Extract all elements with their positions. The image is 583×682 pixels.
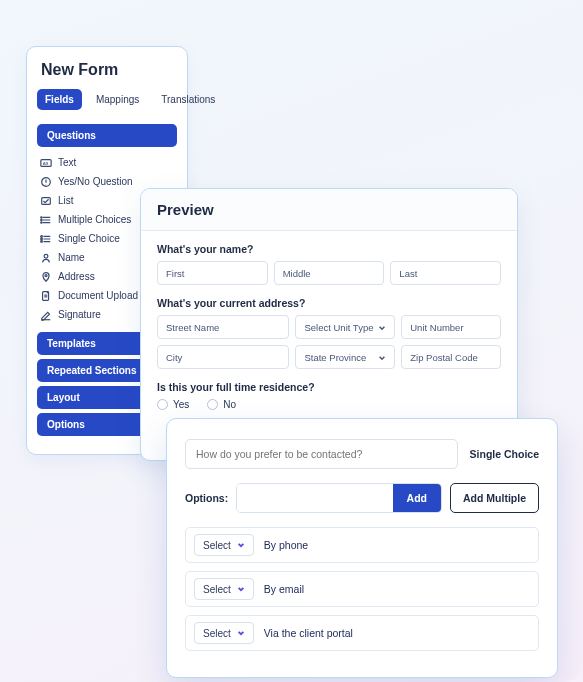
- question-residence: Is this your full time residence? Yes No: [157, 381, 501, 410]
- option-type-select[interactable]: Select: [194, 578, 254, 600]
- qtype-text[interactable]: AB Text: [39, 155, 175, 170]
- add-multiple-button[interactable]: Add Multiple: [450, 483, 539, 513]
- qtype-yesno[interactable]: Yes/No Question: [39, 174, 175, 189]
- select-value: Select: [203, 540, 231, 551]
- upload-icon: [39, 289, 52, 302]
- unit-type-select[interactable]: Select Unit Type: [295, 315, 395, 339]
- svg-point-19: [44, 274, 46, 276]
- address-icon: [39, 270, 52, 283]
- yesno-icon: [39, 175, 52, 188]
- svg-point-9: [40, 216, 41, 217]
- city-input[interactable]: City: [157, 345, 289, 369]
- select-value: State Province: [304, 352, 366, 363]
- chevron-down-icon: [378, 323, 386, 331]
- select-value: Select Unit Type: [304, 322, 373, 333]
- option-input[interactable]: [237, 484, 392, 512]
- street-name-input[interactable]: Street Name: [157, 315, 289, 339]
- option-text: By email: [264, 583, 304, 595]
- question-label: What's your name?: [157, 243, 501, 255]
- svg-point-18: [44, 254, 48, 258]
- option-text: Via the client portal: [264, 627, 353, 639]
- caret-down-icon: [237, 540, 245, 551]
- svg-point-10: [40, 219, 41, 220]
- text-icon: AB: [39, 156, 52, 169]
- unit-number-input[interactable]: Unit Number: [401, 315, 501, 339]
- tab-translations[interactable]: Translations: [153, 89, 223, 110]
- builder-title: New Form: [27, 61, 187, 89]
- state-select[interactable]: State Province: [295, 345, 395, 369]
- chevron-down-icon: [378, 353, 386, 361]
- preview-header: Preview: [141, 189, 517, 231]
- qtype-label: Document Upload: [58, 290, 138, 301]
- signature-icon: [39, 308, 52, 321]
- list-icon: [39, 194, 52, 207]
- svg-point-15: [40, 235, 42, 237]
- question-type-label: Single Choice: [470, 448, 539, 460]
- options-label: Options:: [185, 492, 228, 504]
- svg-point-17: [40, 240, 42, 242]
- option-input-group: Add: [236, 483, 442, 513]
- preview-title: Preview: [157, 201, 501, 218]
- qtype-label: Multiple Choices: [58, 214, 131, 225]
- radio-label: No: [223, 399, 236, 410]
- add-option-button[interactable]: Add: [393, 484, 441, 512]
- caret-down-icon: [237, 628, 245, 639]
- option-type-select[interactable]: Select: [194, 622, 254, 644]
- section-questions[interactable]: Questions: [37, 124, 177, 147]
- radio-label: Yes: [173, 399, 189, 410]
- qtype-label: Address: [58, 271, 95, 282]
- question-address: What's your current address? Street Name…: [157, 297, 501, 369]
- question-config-panel: Single Choice Options: Add Add Multiple …: [166, 418, 558, 678]
- radio-yes[interactable]: Yes: [157, 399, 189, 410]
- qtype-label: Single Choice: [58, 233, 120, 244]
- svg-point-11: [40, 221, 41, 222]
- svg-text:AB: AB: [42, 160, 48, 165]
- option-text: By phone: [264, 539, 308, 551]
- multichoice-icon: [39, 213, 52, 226]
- middle-name-input[interactable]: Middle: [274, 261, 385, 285]
- qtype-label: Text: [58, 157, 76, 168]
- question-label: Is this your full time residence?: [157, 381, 501, 393]
- radio-icon: [207, 399, 218, 410]
- builder-tabs: Fields Mappings Translations: [27, 89, 187, 120]
- qtype-label: Yes/No Question: [58, 176, 133, 187]
- option-type-select[interactable]: Select: [194, 534, 254, 556]
- question-title-input[interactable]: [185, 439, 458, 469]
- radio-no[interactable]: No: [207, 399, 236, 410]
- name-icon: [39, 251, 52, 264]
- qtype-label: List: [58, 195, 74, 206]
- select-value: Select: [203, 628, 231, 639]
- radio-icon: [157, 399, 168, 410]
- question-label: What's your current address?: [157, 297, 501, 309]
- svg-point-16: [40, 238, 42, 240]
- tab-mappings[interactable]: Mappings: [88, 89, 147, 110]
- qtype-label: Signature: [58, 309, 101, 320]
- select-value: Select: [203, 584, 231, 595]
- option-row: Select Via the client portal: [185, 615, 539, 651]
- question-name: What's your name? First Middle Last: [157, 243, 501, 285]
- svg-rect-5: [41, 197, 50, 204]
- tab-fields[interactable]: Fields: [37, 89, 82, 110]
- zip-input[interactable]: Zip Postal Code: [401, 345, 501, 369]
- first-name-input[interactable]: First: [157, 261, 268, 285]
- qtype-label: Name: [58, 252, 85, 263]
- last-name-input[interactable]: Last: [390, 261, 501, 285]
- option-row: Select By phone: [185, 527, 539, 563]
- option-row: Select By email: [185, 571, 539, 607]
- singlechoice-icon: [39, 232, 52, 245]
- caret-down-icon: [237, 584, 245, 595]
